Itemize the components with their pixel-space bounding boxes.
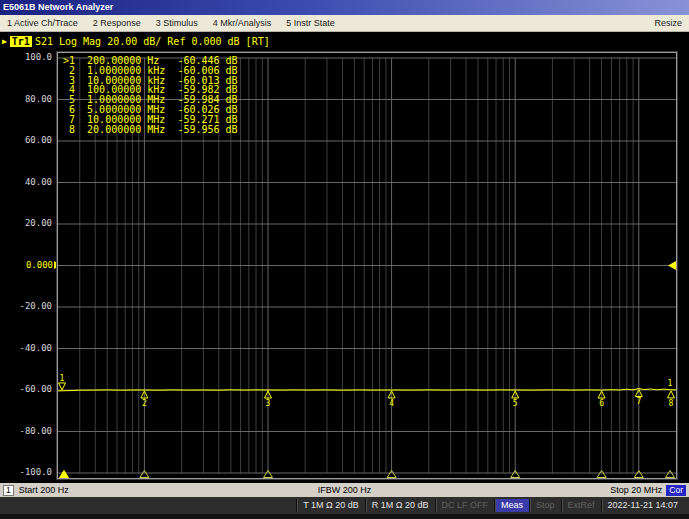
marker-3-number: 3 (266, 399, 271, 408)
ifbw-readout: IFBW 200 Hz (0, 483, 689, 497)
marker-8-number: 8 (669, 399, 674, 408)
y-axis-label-0-000: 0.000 (26, 260, 61, 270)
y-axis-label-text: -100.0 (19, 467, 52, 477)
channel-status-bar: IFBW 200 Hz 1 Start 200 Hz Stop 20 MHz C… (0, 483, 689, 497)
y-axis-label-40-00: -40.00 (19, 343, 52, 353)
y-axis-label-text: 0.000 (26, 260, 53, 270)
graticule-area[interactable]: 112345678 >1 200.00000 Hz -60.446 dB 2 1… (57, 52, 677, 479)
marker-2-number: 2 (142, 399, 147, 408)
status-segment-2022-11-21-14-07: 2022-11-21 14:07 (601, 499, 684, 512)
y-axis-label-60-00: -60.00 (19, 384, 52, 394)
status-segment-meas: Meas (494, 499, 529, 512)
y-axis-label-80-00: -80.00 (19, 426, 52, 436)
y-axis-label-text: -40.00 (19, 343, 52, 353)
y-axis-label-60-00: 60.00 (25, 135, 52, 145)
menu-item-instr-state[interactable]: 5 Instr State (286, 18, 335, 28)
instrument-status-bar: T 1M Ω 20 dBR 1M Ω 20 dBDC LF OFFMeasSto… (0, 497, 689, 514)
window-titlebar[interactable]: E5061B Network Analyzer (0, 0, 689, 15)
y-axis-labels: 100.080.0060.0040.0020.000.000-20.00-40.… (0, 52, 56, 479)
marker-8-symbol-icon (668, 391, 675, 398)
y-axis-label-text: 80.00 (25, 94, 52, 104)
y-axis-label-text: 20.00 (25, 218, 52, 228)
marker-1-symbol-icon (59, 383, 66, 390)
channel-start-group: 1 Start 200 Hz (3, 483, 69, 497)
marker-6-number: 6 (599, 399, 604, 408)
channel-stop-group: Stop 20 MHz Cor (610, 483, 686, 497)
trace-1-number-label: 1 (668, 379, 673, 388)
y-axis-label-text: 100.0 (25, 52, 52, 62)
start-frequency-readout: Start 200 Hz (19, 485, 69, 495)
status-segment-extref: ExtRef (561, 499, 601, 512)
y-axis-label-100-0: 100.0 (25, 52, 52, 62)
y-axis-label-40-00: 40.00 (25, 177, 52, 187)
marker-readout-8: 8 20.000000 MHz -59.956 dB (63, 125, 238, 135)
status-segment-t-1m-20-db: T 1M Ω 20 dB (296, 499, 365, 512)
status-segment-r-1m-20-db: R 1M Ω 20 dB (365, 499, 435, 512)
y-axis-label-20-00: 20.00 (25, 218, 52, 228)
trace1-badge: Tr1 (10, 36, 32, 47)
y-axis-label-100-0: -100.0 (19, 467, 52, 477)
e5061b-window: E5061B Network Analyzer 1 Active Ch/Trac… (0, 0, 689, 519)
stop-frequency-readout: Stop 20 MHz (610, 485, 662, 495)
marker-1-number: 1 (60, 374, 65, 383)
analyzer-display: ▶ Tr1 S21 Log Mag 20.00 dB/ Ref 0.000 dB… (0, 33, 689, 483)
window-title: E5061B Network Analyzer (3, 2, 113, 12)
y-axis-label-text: -20.00 (19, 301, 52, 311)
menu-item-mkr-analysis[interactable]: 4 Mkr/Analysis (213, 18, 272, 28)
marker-5-number: 5 (513, 399, 518, 408)
reference-level-arrow-right-icon (668, 261, 676, 270)
menu-item-active-ch-trace[interactable]: 1 Active Ch/Trace (7, 18, 78, 28)
y-axis-label-text: -60.00 (19, 384, 52, 394)
y-axis-label-20-00: -20.00 (19, 301, 52, 311)
y-axis-label-text: 60.00 (25, 135, 52, 145)
trace-status-line[interactable]: ▶ Tr1 S21 Log Mag 20.00 dB/ Ref 0.000 dB… (2, 36, 270, 47)
y-axis-label-text: 40.00 (25, 177, 52, 187)
menu-bar: 1 Active Ch/Trace 2 Response 3 Stimulus … (0, 15, 689, 32)
y-axis-label-80-00: 80.00 (25, 94, 52, 104)
channel-number-badge: 1 (3, 485, 14, 496)
menu-item-resize[interactable]: Resize (654, 18, 682, 28)
marker-7-number: 7 (636, 397, 641, 406)
marker-8-stimulus-triangle-icon (666, 471, 675, 478)
marker-table: >1 200.00000 Hz -60.446 dB 2 1.0000000 k… (63, 56, 238, 134)
marker-1-stimulus-triangle-icon (60, 471, 69, 478)
status-segment-stop: Stop (529, 499, 561, 512)
correction-badge: Cor (666, 485, 686, 496)
trace-1-line (58, 389, 676, 391)
y-axis-label-text: -80.00 (19, 426, 52, 436)
marker-4-number: 4 (389, 399, 394, 408)
bottom-strip (0, 514, 689, 519)
menu-item-response[interactable]: 2 Response (93, 18, 141, 28)
active-trace-arrow-icon: ▶ (2, 37, 7, 46)
trace-status-text: S21 Log Mag 20.00 dB/ Ref 0.000 dB [RT] (35, 36, 270, 47)
status-segment-dc-lf-off: DC LF OFF (435, 499, 495, 512)
menu-item-stimulus[interactable]: 3 Stimulus (156, 18, 198, 28)
